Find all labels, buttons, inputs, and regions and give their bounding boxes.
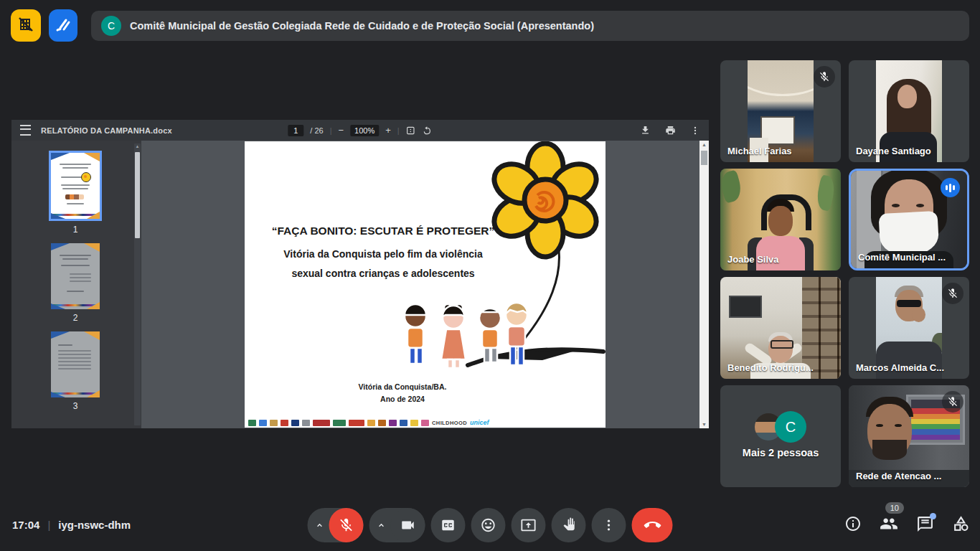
text-line [61, 184, 90, 186]
corner-shape [51, 153, 70, 160]
participant-name: Benedito Rodrigu... [727, 362, 835, 373]
doc-toolbar: RELATÓRIO DA CAMPANHA.docx 1 / 26 | − 10… [11, 120, 709, 141]
speaking-indicator-icon [941, 178, 960, 197]
rotate-button[interactable] [423, 126, 433, 136]
scroll-down-arrow[interactable]: ▼ [699, 422, 709, 427]
corner-shape [84, 331, 100, 340]
thumbnail-scrollbar[interactable]: ▲ [134, 143, 141, 425]
participant-tile-comite-municipal[interactable]: Comitê Municipal ... [849, 169, 969, 270]
page-number-input[interactable]: 1 [288, 125, 303, 136]
mic-off-icon [942, 283, 963, 304]
corner-shape [87, 390, 100, 397]
print-button[interactable] [665, 125, 676, 136]
logo-mark [333, 420, 346, 426]
participant-tile-benedito-rodrigues[interactable]: Benedito Rodrigu... [720, 277, 841, 379]
divider: | [397, 126, 400, 135]
participant-tile-michael-farias[interactable]: Michael Farias [720, 60, 841, 162]
participant-tile-overflow[interactable]: C Mais 2 pessoas [720, 385, 841, 487]
participants-grid: Michael Farias Dayane Santiago [720, 60, 969, 487]
person-face [897, 85, 917, 108]
captions-button[interactable] [431, 508, 466, 542]
mic-off-button[interactable] [329, 508, 364, 542]
children-illustration [392, 298, 539, 378]
page-thumbnail-1[interactable] [49, 151, 102, 221]
text-line [62, 167, 88, 169]
participant-name: Rede de Atencao ... [856, 471, 963, 481]
scrollbar-thumb[interactable] [701, 151, 707, 165]
more-options-icon[interactable] [690, 126, 700, 136]
text-line [70, 273, 91, 275]
participant-tile-joabe-silva[interactable]: Joabe Silva [720, 169, 841, 270]
mic-options-chevron-icon[interactable] [308, 508, 329, 542]
whiteboard-off-button[interactable] [11, 9, 41, 42]
page-thumbnail-3[interactable] [51, 331, 100, 397]
zoom-level[interactable]: 100% [350, 125, 379, 136]
zoom-out-button[interactable]: − [339, 126, 344, 135]
scrollbar-thumb[interactable] [135, 152, 140, 238]
mic-control [308, 508, 364, 542]
person-body [756, 236, 805, 270]
participant-tile-marcos-almeida[interactable]: Marcos Almeida C... [849, 277, 969, 379]
document-scrollbar[interactable]: ▲ ▼ [699, 141, 709, 428]
end-call-button[interactable] [632, 508, 673, 542]
scroll-up-arrow[interactable]: ▲ [699, 142, 709, 147]
show-everyone-button[interactable]: 10 [880, 514, 898, 535]
fit-page-button[interactable] [406, 126, 416, 136]
subtitle-line-1: Vitória da Conquista pelo fim da violênc… [283, 248, 482, 260]
participant-tile-rede-de-atencao[interactable]: Rede de Atencao ... [849, 385, 969, 487]
text-line [58, 344, 72, 346]
camera-options-chevron-icon[interactable] [369, 508, 391, 542]
ceiling-arc [748, 60, 814, 96]
thumbnail-number: 3 [73, 401, 78, 411]
text-line [58, 354, 91, 355]
corner-shape [51, 331, 70, 339]
meeting-code: iyg-nswc-dhm [58, 519, 131, 531]
download-button[interactable] [640, 125, 651, 136]
meeting-details-button[interactable] [844, 515, 862, 534]
raise-hand-button[interactable] [552, 508, 586, 542]
glasses [771, 340, 793, 349]
text-line [62, 258, 88, 260]
document-page: “FAÇA BONITO: ESCUTAR É PROTEGER” Vitóri… [245, 141, 606, 428]
logo-mark [313, 420, 330, 426]
text-line [58, 357, 91, 359]
participant-tile-dayane-santiago[interactable]: Dayane Santiago [849, 60, 969, 162]
participant-name: Marcos Almeida C... [856, 362, 963, 373]
shared-screen-doc-viewer: RELATÓRIO DA CAMPANHA.docx 1 / 26 | − 10… [11, 120, 709, 428]
activities-icon [952, 515, 970, 535]
thumbnail-art [51, 243, 100, 309]
zoom-in-button[interactable]: + [385, 126, 391, 135]
corner-shape [84, 153, 100, 161]
subtitle-line-2: sexual contra crianças e adolescentes [291, 268, 474, 279]
menu-icon[interactable] [20, 125, 31, 136]
chat-button[interactable] [916, 515, 934, 535]
mic-off-icon [942, 391, 963, 413]
activities-button[interactable] [952, 515, 970, 535]
logo-mark [378, 420, 386, 426]
childhood-logo-text: CHILDHOOD [432, 420, 467, 426]
person-eyes [892, 204, 900, 207]
camera-button[interactable] [391, 508, 425, 542]
corner-shape [51, 213, 65, 219]
doc-toolbar-actions [640, 125, 700, 136]
text-line [60, 255, 91, 256]
divider: | [47, 519, 50, 531]
page-thumbnail-2[interactable] [51, 243, 100, 309]
reactions-button[interactable] [471, 508, 506, 542]
thumbnail-number: 1 [73, 225, 78, 235]
text-line [58, 368, 91, 369]
participant-name: Joabe Silva [727, 254, 835, 265]
more-options-button[interactable] [592, 508, 626, 542]
present-screen-button[interactable] [512, 508, 546, 542]
logo-mark [421, 420, 429, 426]
annotate-button[interactable] [49, 9, 77, 42]
people-icon [880, 514, 898, 535]
whiteboard-off-icon [17, 16, 34, 35]
camera-control [369, 508, 425, 542]
logo-mark [410, 420, 418, 426]
person-face [768, 206, 793, 236]
corner-shape [51, 243, 70, 250]
annotate-pen-icon [55, 16, 72, 35]
person-hand [912, 307, 925, 322]
meeting-title: Comitê Municipal de Gestão Colegiada Red… [130, 20, 594, 32]
